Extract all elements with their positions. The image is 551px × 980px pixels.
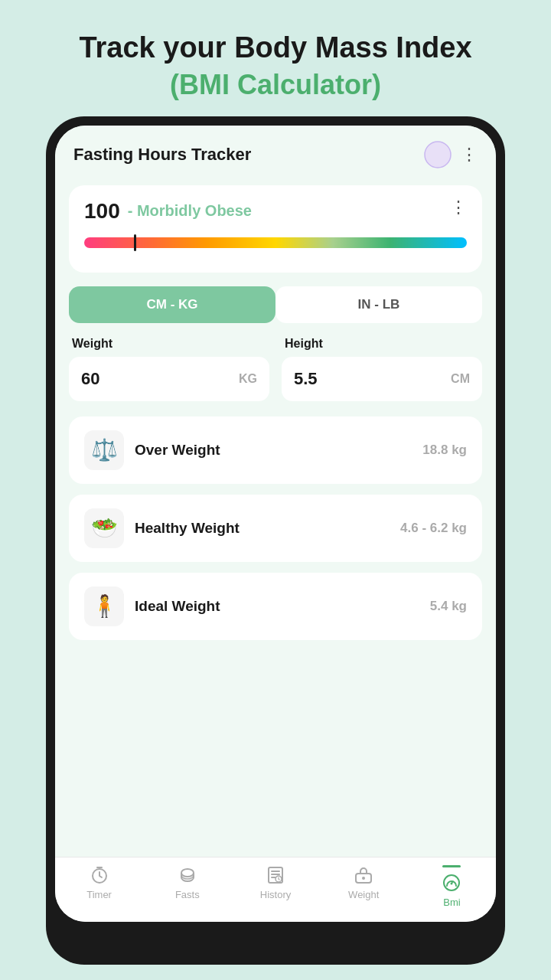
svg-point-9 [451, 882, 453, 884]
weight-input-box[interactable]: 60 KG [69, 357, 269, 401]
fasts-icon [178, 865, 197, 885]
ideal-weight-title: Ideal Weight [135, 598, 220, 615]
weight-group: Weight 60 KG [69, 337, 269, 401]
nav-item-history[interactable]: History [231, 865, 319, 908]
healthy-weight-card: 🥗 Healthy Weight 4.6 - 6.2 kg [69, 495, 482, 562]
phone-frame: Fasting Hours Tracker 🏅 ⋮ 100 - Morbidly… [46, 116, 505, 965]
nav-item-weight[interactable]: Weight [320, 865, 408, 908]
nav-label-history: History [260, 889, 291, 900]
unit-toggle: CM - KG IN - LB [69, 286, 482, 323]
app-content: 100 - Morbidly Obese ⋮ CM - KG IN - LB [55, 178, 496, 857]
healthy-weight-card-left: 🥗 Healthy Weight [84, 508, 240, 548]
bmi-icon [442, 873, 461, 893]
unit-in-lb-button[interactable]: IN - LB [276, 286, 482, 323]
nav-label-fasts: Fasts [175, 889, 200, 900]
weight-label: Weight [69, 337, 269, 351]
nav-label-bmi: Bmi [443, 897, 460, 908]
over-weight-card-left: ⚖️ Over Weight [84, 430, 220, 470]
height-unit: CM [451, 372, 470, 386]
ideal-weight-card: 🧍 Ideal Weight 5.4 kg [69, 573, 482, 640]
healthy-weight-title: Healthy Weight [135, 520, 240, 537]
page-title: Track your Body Mass Index [31, 31, 520, 66]
height-group: Height 5.5 CM [282, 337, 482, 401]
app-header: Fasting Hours Tracker 🏅 ⋮ [55, 126, 496, 178]
bmi-card-menu-icon[interactable]: ⋮ [450, 199, 467, 216]
bmi-card-header: 100 - Morbidly Obese ⋮ [84, 199, 467, 224]
healthy-weight-icon: 🥗 [91, 515, 118, 541]
nav-label-timer: Timer [86, 889, 112, 900]
svg-point-7 [362, 877, 365, 880]
bmi-slider[interactable] [84, 234, 467, 251]
weight-value: 60 [81, 369, 99, 389]
app-header-icons: 🏅 ⋮ [424, 141, 478, 168]
inputs-row: Weight 60 KG Height 5.5 CM [69, 337, 482, 401]
height-value: 5.5 [294, 369, 318, 389]
bmi-indicator [134, 234, 136, 251]
ideal-weight-icon: 🧍 [91, 593, 118, 619]
bmi-number: 100 [84, 199, 120, 224]
over-weight-card: ⚖️ Over Weight 18.8 kg [69, 416, 482, 484]
over-weight-icon-box: ⚖️ [84, 430, 124, 470]
timer-icon [90, 865, 109, 885]
healthy-weight-icon-box: 🥗 [84, 508, 124, 548]
phone-screen: Fasting Hours Tracker 🏅 ⋮ 100 - Morbidly… [55, 126, 496, 922]
bmi-gradient-bar [84, 237, 467, 248]
ideal-weight-card-left: 🧍 Ideal Weight [84, 586, 220, 626]
ideal-weight-value: 5.4 kg [430, 599, 467, 614]
app-title: Fasting Hours Tracker [73, 145, 251, 165]
over-weight-icon: ⚖️ [91, 437, 118, 462]
bmi-card: 100 - Morbidly Obese ⋮ [69, 185, 482, 273]
over-weight-title: Over Weight [135, 442, 220, 459]
weight-unit: KG [239, 372, 257, 386]
height-label: Height [282, 337, 482, 351]
healthy-weight-value: 4.6 - 6.2 kg [400, 521, 467, 536]
bmi-active-bar [442, 865, 461, 867]
ideal-weight-icon-box: 🧍 [84, 586, 124, 626]
nav-item-timer[interactable]: Timer [55, 865, 143, 908]
weight-icon [354, 865, 373, 885]
bmi-value-row: 100 - Morbidly Obese [84, 199, 252, 224]
page-subtitle: (BMI Calculator) [31, 69, 520, 101]
unit-cm-kg-button[interactable]: CM - KG [69, 286, 276, 323]
history-icon [266, 865, 285, 885]
nav-item-fasts[interactable]: Fasts [143, 865, 231, 908]
menu-dots-icon[interactable]: ⋮ [461, 146, 478, 163]
svg-point-0 [425, 142, 451, 168]
height-input-box[interactable]: 5.5 CM [282, 357, 482, 401]
nav-label-weight: Weight [348, 889, 379, 900]
nav-item-bmi[interactable]: Bmi [408, 865, 496, 908]
bmi-status-label: - Morbidly Obese [128, 202, 252, 220]
over-weight-value: 18.8 kg [422, 443, 467, 458]
bottom-nav: Timer Fasts History [55, 857, 496, 922]
svg-point-3 [181, 869, 194, 877]
crown-icon[interactable]: 🏅 [424, 141, 452, 168]
